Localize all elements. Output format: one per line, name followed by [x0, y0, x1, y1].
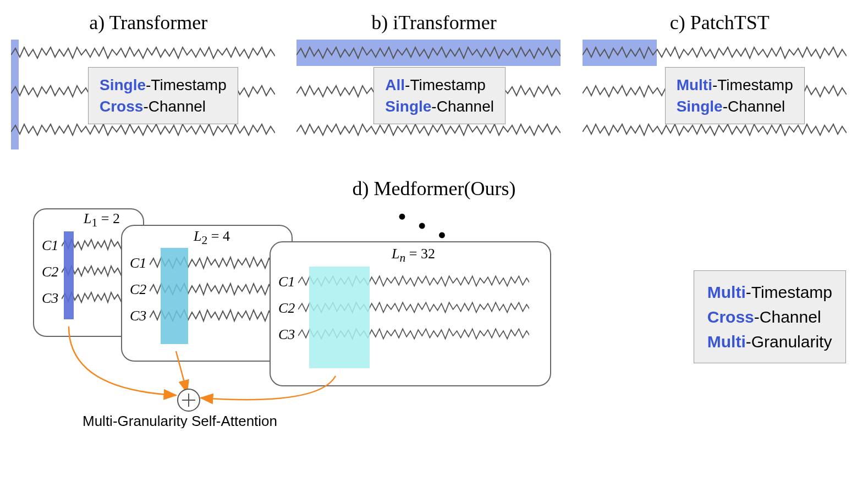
card-L1-label: L1 = 2 [84, 211, 120, 230]
kw: Multi [707, 333, 746, 351]
panel-transformer: a) Transformer Single-Timestamp Cross-Ch… [11, 11, 285, 149]
card-L2-label: L2 = 4 [194, 228, 230, 247]
kw: Single [385, 98, 431, 115]
panel-b-infobox: All-Timestamp Single-Channel [373, 67, 506, 124]
panel-a-title: a) Transformer [11, 11, 285, 34]
top-row: a) Transformer Single-Timestamp Cross-Ch… [11, 11, 857, 149]
kw: Multi [707, 283, 746, 301]
kw: Cross [100, 98, 143, 115]
panel-medformer: d) Medformer(Ours) L1 = 2 C1 C2 C3 L2 = … [11, 177, 857, 417]
highlight-L2 [161, 248, 188, 344]
ch-label: C1 [278, 274, 295, 290]
ch-label: C3 [278, 326, 295, 343]
panel-b-title: b) iTransformer [296, 11, 571, 34]
kw: Multi [677, 76, 712, 93]
panel-patchtst: c) PatchTST Multi-Timestamp Single-Chann… [583, 11, 857, 149]
kw: Cross [707, 308, 754, 326]
ch-label: C3 [130, 308, 146, 324]
highlight-Ln [309, 267, 370, 368]
kw: Single [100, 76, 146, 93]
panel-b-tsarea: All-Timestamp Single-Channel [296, 40, 571, 149]
kw: Single [677, 98, 723, 115]
card-L2: L2 = 4 C1 C2 C3 [121, 225, 293, 362]
kw: All [385, 76, 405, 93]
panel-a-tsarea: Single-Timestamp Cross-Channel [11, 40, 285, 149]
panel-d-infobox: Multi-Timestamp Cross-Channel Multi-Gran… [694, 270, 846, 363]
card-Ln-label: Ln = 32 [392, 246, 435, 265]
ch-label: C3 [42, 290, 58, 307]
ch-label: C1 [42, 237, 58, 254]
panel-c-tsarea: Multi-Timestamp Single-Channel [583, 40, 857, 149]
panel-c-title: c) PatchTST [583, 11, 857, 34]
panel-a-infobox: Single-Timestamp Cross-Channel [88, 67, 238, 124]
ch-label: C1 [130, 255, 146, 272]
panel-itransformer: b) iTransformer All-Timestamp Single-Cha… [296, 11, 571, 149]
attention-label: Multi-Granularity Self-Attention [83, 413, 277, 428]
highlight-L1 [64, 231, 74, 319]
ch-label: C2 [278, 300, 295, 317]
ch-label: C2 [42, 264, 58, 280]
panel-d-title: d) Medformer(Ours) [11, 177, 857, 200]
plus-circle-icon [177, 389, 200, 412]
card-Ln: Ln = 32 C1 C2 C3 [270, 241, 551, 386]
panel-c-infobox: Multi-Timestamp Single-Channel [665, 67, 805, 124]
ch-label: C2 [130, 281, 146, 298]
